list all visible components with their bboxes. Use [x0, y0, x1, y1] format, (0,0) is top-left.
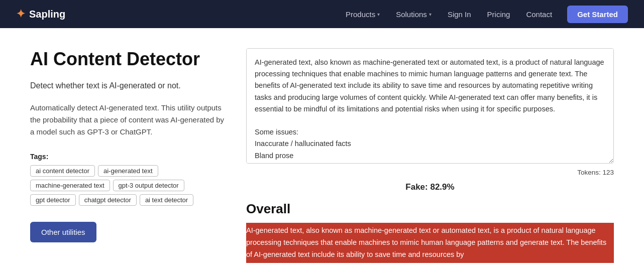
chevron-down-icon: ▾	[377, 12, 380, 17]
overall-heading: Overall	[246, 201, 614, 217]
tag-gpt-detector[interactable]: gpt detector	[30, 194, 76, 206]
navbar: ✦ Sapling Products ▾ Solutions ▾ Sign In…	[0, 0, 644, 28]
nav-pricing[interactable]: Pricing	[480, 6, 517, 23]
right-panel: AI-generated text, also known as machine…	[246, 48, 614, 263]
fake-score: Fake: 82.9%	[246, 182, 614, 192]
nav-solutions[interactable]: Solutions ▾	[389, 6, 439, 23]
tag-gpt3-output[interactable]: gpt-3 output detector	[113, 180, 184, 191]
highlighted-result: AI-generated text, also known as machine…	[246, 223, 614, 263]
brand-name: Sapling	[29, 9, 65, 20]
nav-signin[interactable]: Sign In	[441, 6, 478, 23]
nav-contact[interactable]: Contact	[519, 6, 559, 23]
tags-section: Tags: ai content detector ai-generated t…	[30, 152, 226, 206]
other-utilities-button[interactable]: Other utilities	[30, 222, 96, 242]
page-description: Automatically detect AI-generated text. …	[30, 102, 226, 138]
text-input[interactable]: AI-generated text, also known as machine…	[246, 48, 614, 164]
tokens-display: Tokens: 123	[246, 169, 614, 176]
tags-container: ai content detector ai-generated text ma…	[30, 165, 226, 206]
chevron-down-icon: ▾	[429, 12, 432, 17]
highlighted-text: AI-generated text, also known as machine…	[246, 226, 606, 258]
page-subtitle: Detect whether text is AI-generated or n…	[30, 80, 226, 92]
page-title: AI Content Detector	[30, 48, 226, 70]
tag-ai-generated-text[interactable]: ai-generated text	[98, 165, 158, 177]
brand-logo[interactable]: ✦ Sapling	[16, 8, 65, 21]
left-panel: AI Content Detector Detect whether text …	[30, 48, 246, 263]
nav-links: Products ▾ Solutions ▾ Sign In Pricing C…	[339, 6, 628, 23]
logo-icon: ✦	[16, 8, 25, 21]
tag-chatgpt-detector[interactable]: chatgpt detector	[79, 194, 137, 206]
tag-ai-content-detector[interactable]: ai content detector	[30, 165, 95, 177]
nav-products[interactable]: Products ▾	[339, 6, 387, 23]
tag-machine-generated[interactable]: machine-generated text	[30, 180, 110, 191]
get-started-button[interactable]: Get Started	[567, 6, 628, 23]
tag-ai-text-detector[interactable]: ai text detector	[140, 194, 193, 206]
main-content: AI Content Detector Detect whether text …	[0, 28, 644, 263]
tags-label: Tags:	[30, 153, 48, 161]
